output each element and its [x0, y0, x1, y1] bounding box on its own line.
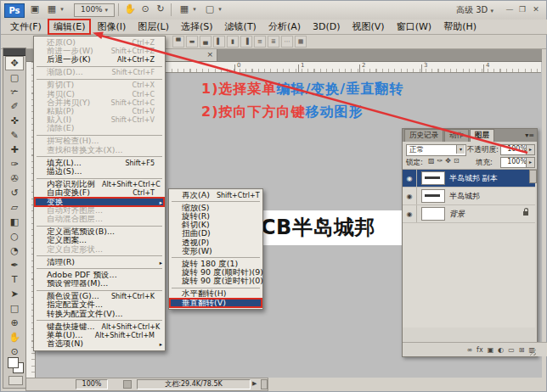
menu-item[interactable]: 清除(E) ▸: [34, 125, 165, 133]
history-brush-tool[interactable]: ↺: [5, 186, 24, 200]
submenu-item[interactable]: 变形(W) ▸: [169, 247, 262, 255]
brush-tool[interactable]: ✑: [5, 157, 24, 171]
panel-tab[interactable]: 图层: [470, 129, 494, 142]
gradient-tool[interactable]: ◧: [5, 215, 24, 229]
menu-bar-item[interactable]: 帮助(H): [437, 20, 482, 34]
menu-item[interactable]: 渐隐(D)... Shift+Ctrl+F ▸: [34, 69, 165, 77]
bridge-icon[interactable]: ▣: [28, 3, 42, 16]
spot-healing-brush-tool[interactable]: ✚: [5, 143, 24, 157]
visibility-eye-icon[interactable]: ◉: [407, 175, 413, 182]
dodge-tool[interactable]: ◔: [5, 244, 24, 258]
align-icon[interactable]: ▌: [213, 36, 225, 48]
align-icon[interactable]: ▮: [227, 36, 239, 48]
chevron-down-icon[interactable]: ▾: [456, 145, 465, 154]
align-icon[interactable]: ▐: [240, 36, 252, 48]
menu-bar-item[interactable]: 图像(I): [91, 20, 132, 34]
align-icon[interactable]: ▄: [200, 36, 211, 48]
hand-tool[interactable]: ✋: [5, 330, 24, 344]
tab-close-icon[interactable]: ×: [206, 50, 213, 59]
eraser-tool[interactable]: ▱: [5, 200, 24, 215]
blend-mode-select[interactable]: 正常 ▾: [406, 144, 466, 156]
close-button[interactable]: ✕: [530, 3, 542, 15]
align-icon[interactable]: ▦: [295, 36, 307, 48]
arrange-documents-icon[interactable]: ▦: [178, 3, 191, 16]
blur-tool[interactable]: ○: [5, 229, 24, 244]
lock-transparency-icon[interactable]: ▨: [428, 157, 435, 165]
menu-bar-item[interactable]: 分析(A): [262, 20, 307, 34]
screen-mode-caret-icon[interactable]: ▾: [217, 3, 223, 16]
layer-name[interactable]: 背景: [449, 209, 465, 220]
quick-selection-tool[interactable]: ✐: [5, 99, 24, 114]
menu-item[interactable]: 自动混合图层... ▸: [34, 215, 165, 223]
layer-name[interactable]: 半岛城邦 副本: [449, 173, 498, 184]
3d-rotate-tool[interactable]: ⊕: [5, 316, 24, 330]
layer-group-icon[interactable]: ▭: [508, 346, 515, 354]
type-tool[interactable]: T: [5, 272, 24, 287]
menu-item[interactable]: 定义自定形状... ▸: [34, 245, 165, 254]
align-icon[interactable]: ▬: [186, 36, 198, 48]
restore-button[interactable]: ❐: [516, 3, 528, 15]
layer-style-icon[interactable]: fx: [477, 346, 483, 354]
status-expand-icon[interactable]: ▶: [252, 380, 257, 387]
layer-row[interactable]: ◉ 半岛城邦 副本: [403, 170, 535, 188]
menu-bar-item[interactable]: 3D(D): [307, 20, 347, 33]
menu-bar-item[interactable]: 编辑(E): [48, 20, 92, 34]
shape-tool[interactable]: □: [5, 301, 24, 316]
view-extras-caret-icon[interactable]: ▾: [59, 3, 65, 16]
submenu-item[interactable]: 旋转 90 度(逆时针)(0) ▸: [169, 277, 262, 286]
menu-item[interactable]: 描边(S)... ▸: [34, 167, 165, 176]
rotate-view-icon[interactable]: ↻: [154, 3, 167, 16]
align-icon[interactable]: ≡: [254, 36, 266, 48]
menu-bar-item[interactable]: 图层(L): [132, 20, 175, 34]
lock-position-icon[interactable]: ✥: [445, 157, 451, 165]
panel-menu-icon[interactable]: ▾≡: [525, 132, 534, 139]
menu-bar-item[interactable]: 滤镜(T): [219, 20, 262, 34]
status-zoom-field[interactable]: 100%: [76, 379, 108, 389]
opacity-spinner-icon[interactable]: ▸: [526, 144, 535, 155]
layer-row[interactable]: ◉ 背景: [403, 205, 535, 223]
menu-bar-item[interactable]: 视图(V): [347, 20, 391, 34]
visibility-eye-icon[interactable]: ◉: [407, 210, 413, 218]
lock-pixels-icon[interactable]: ✑: [437, 157, 443, 165]
submenu-item[interactable]: 垂直翻转(V) ▸: [169, 299, 262, 307]
view-extras-icon[interactable]: ▦: [45, 3, 59, 16]
opacity-value[interactable]: 100%: [500, 144, 529, 155]
eyedropper-tool[interactable]: ✎: [5, 128, 24, 143]
fill-value[interactable]: 100%: [500, 157, 529, 168]
layer-list-scrollbar[interactable]: [529, 170, 537, 183]
align-icon[interactable]: ≣: [268, 36, 279, 48]
menu-item[interactable]: 预设管理器(M)... ▸: [34, 280, 165, 288]
pen-tool[interactable]: ✒: [5, 258, 24, 272]
submenu-item[interactable]: 再次(A) Shift+Ctrl+T ▸: [169, 191, 262, 199]
workspace-switcher[interactable]: 高级 3D ▾: [456, 3, 493, 16]
new-layer-icon[interactable]: ⊞: [519, 346, 525, 354]
menu-item[interactable]: 首选项(N) ▸: [34, 340, 165, 349]
panel-resize-grip[interactable]: [529, 349, 536, 356]
path-selection-tool[interactable]: ➤: [5, 287, 24, 301]
crop-tool[interactable]: ✜: [5, 114, 24, 128]
zoom-level-dropdown[interactable]: 100% ▾: [74, 3, 115, 17]
panel-tab[interactable]: 动作: [444, 129, 469, 142]
marquee-tool[interactable]: ▢: [5, 70, 24, 85]
menu-item[interactable]: 查找和替换文本(X)... ▸: [34, 146, 165, 154]
minimize-button[interactable]: —: [504, 3, 516, 15]
magnifier-icon[interactable]: ⊙: [138, 3, 152, 16]
link-layers-icon[interactable]: ∞: [466, 346, 472, 354]
quick-mask-button[interactable]: [8, 376, 23, 385]
lasso-tool[interactable]: ✃: [5, 85, 24, 99]
align-icon[interactable]: ⋯: [281, 36, 293, 48]
layer-mask-icon[interactable]: ▣: [488, 346, 494, 354]
lock-all-icon[interactable]: ⊡: [454, 157, 460, 165]
move-tool[interactable]: ✥: [5, 56, 24, 70]
clone-stamp-tool[interactable]: ✇: [5, 171, 24, 186]
menu-bar-item[interactable]: 选择(S): [175, 20, 219, 34]
hand-icon[interactable]: ✋: [123, 3, 137, 16]
align-icon[interactable]: ▀: [172, 36, 184, 48]
foreground-color-swatch[interactable]: [8, 357, 19, 368]
layer-name[interactable]: 半岛城邦: [449, 191, 480, 202]
adjustment-layer-icon[interactable]: ◐: [498, 346, 504, 354]
menu-bar-item[interactable]: 窗口(W): [391, 20, 437, 34]
visibility-eye-icon[interactable]: ◉: [407, 193, 413, 200]
menu-item[interactable]: 清理(R) ▸: [34, 258, 165, 266]
layer-thumbnail[interactable]: [421, 171, 445, 185]
